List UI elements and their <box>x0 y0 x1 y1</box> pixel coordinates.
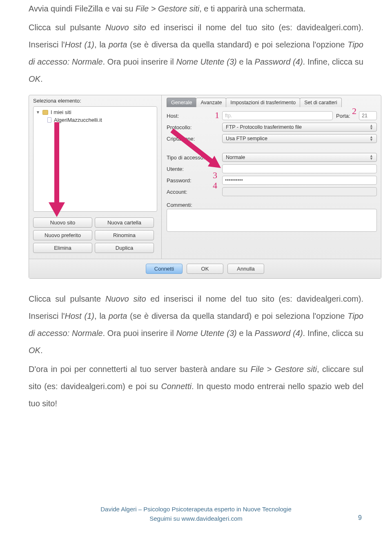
site-buttons: Nuovo sito Nuova cartella Nuovo preferit… <box>33 217 154 253</box>
updown-icon: ▲▼ <box>370 155 373 160</box>
bottom-bar: Connetti OK Annulla <box>29 259 381 278</box>
criptazione-select[interactable]: Usa FTP semplice▲▼ <box>222 134 377 143</box>
tab-avanzate[interactable]: Avanzate <box>196 98 226 107</box>
filezilla-screenshot: Seleziona elemento: ▼ I miei siti Algeri… <box>29 95 381 279</box>
protocollo-select[interactable]: FTP - Protocollo trasferimento file▲▼ <box>222 123 377 132</box>
tipo-accesso-select[interactable]: Normale▲▼ <box>222 153 377 162</box>
porta-label: Porta: <box>336 113 356 119</box>
paragraph-1: Avvia quindi FileZilla e vai su File > G… <box>29 0 363 17</box>
porta-input[interactable]: 21 <box>359 111 377 120</box>
tree-root[interactable]: ▼ I miei siti <box>36 108 154 116</box>
nuovo-sito-button[interactable]: Nuovo sito <box>33 217 92 228</box>
criptazione-label: Criptazione: <box>167 136 219 142</box>
left-panel: Seleziona elemento: ▼ I miei siti Algeri… <box>29 95 162 278</box>
right-panel: Generale Avanzate Impostazioni di trasfe… <box>162 95 381 278</box>
chevron-down-icon: ▼ <box>36 110 40 114</box>
site-tree[interactable]: ▼ I miei siti AlgeriMazzucchelli.it <box>33 106 157 212</box>
elimina-button[interactable]: Elimina <box>33 243 92 253</box>
footer-line-1: Davide Algeri – Psicologo Psicoterapeuta… <box>0 505 392 514</box>
account-label: Account: <box>167 189 219 195</box>
nuova-cartella-button[interactable]: Nuova cartella <box>95 217 154 228</box>
connetti-button[interactable]: Connetti <box>146 264 183 274</box>
site-icon <box>47 117 51 123</box>
footer-line-2: Seguimi su www.davidealgeri.com <box>0 514 392 524</box>
tabs: Generale Avanzate Impostazioni di trasfe… <box>167 98 377 107</box>
rinomina-button[interactable]: Rinomina <box>95 230 154 240</box>
paragraph-3: Clicca sul pulsante Nuovo sito ed inseri… <box>29 290 363 359</box>
password-label: Password: <box>167 177 219 184</box>
duplica-button[interactable]: Duplica <box>95 243 154 253</box>
tab-set-caratteri[interactable]: Set di caratteri <box>300 98 342 107</box>
host-input[interactable]: ftp. <box>222 111 333 120</box>
account-input <box>222 187 377 196</box>
nuovo-preferito-button[interactable]: Nuovo preferito <box>33 230 92 240</box>
annulla-button[interactable]: Annulla <box>227 264 264 274</box>
tipo-accesso-label: Tipo di accesso: <box>167 155 219 161</box>
password-input[interactable]: •••••••••• <box>222 176 377 185</box>
commenti-label: Commenti: <box>167 202 377 208</box>
tab-generale[interactable]: Generale <box>167 98 196 107</box>
updown-icon: ▲▼ <box>370 124 373 130</box>
folder-icon <box>42 110 48 115</box>
ok-button[interactable]: OK <box>187 264 223 274</box>
paragraph-2: Clicca sul pulsante Nuovo sito ed inseri… <box>29 19 363 87</box>
host-label: Host: <box>167 113 219 119</box>
footer: Davide Algeri – Psicologo Psicoterapeuta… <box>0 505 392 523</box>
paragraph-4: D'ora in poi per connetterti al tuo serv… <box>29 361 363 412</box>
commenti-textarea[interactable] <box>167 209 377 232</box>
page-number: 9 <box>358 514 362 522</box>
select-element-label: Seleziona elemento: <box>33 98 157 104</box>
updown-icon: ▲▼ <box>370 136 373 141</box>
tab-impostazioni[interactable]: Impostazioni di trasferimento <box>226 98 300 107</box>
protocollo-label: Protocollo: <box>167 124 219 130</box>
tree-item[interactable]: AlgeriMazzucchelli.it <box>36 116 154 124</box>
utente-input[interactable] <box>222 164 377 173</box>
utente-label: Utente: <box>167 166 219 172</box>
